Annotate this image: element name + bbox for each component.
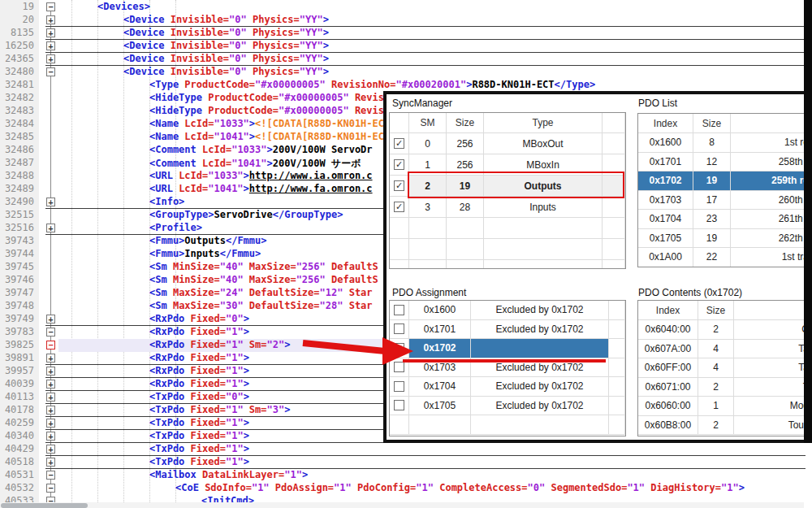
line-number: 32482 (0, 92, 34, 105)
checkbox[interactable]: ✓ (394, 202, 404, 212)
checkbox[interactable]: ✓ (394, 138, 404, 149)
xml-code-line[interactable]: <TxPdo Fixed="1"> (149, 443, 249, 456)
scrollbar-thumb[interactable] (1, 503, 88, 508)
table-cell: 0x1704 (409, 377, 471, 397)
fold-toggle[interactable]: + (46, 354, 55, 363)
pdo-contents-row[interactable]: 0x60FF:004Ta (638, 358, 811, 378)
fold-toggle[interactable]: − (46, 67, 55, 76)
fold-toggle[interactable]: + (46, 28, 55, 37)
xml-code-line[interactable]: <URL LcId="1033">http://www.ia.omron.c (149, 170, 373, 183)
table-cell: 0x6071:00 (638, 378, 698, 397)
xml-code-line[interactable]: <Device Invisible="0" Physics="YY"> (123, 14, 329, 27)
fold-toggle[interactable]: + (46, 445, 55, 454)
pdo-assignment-row[interactable]: 0x1704Excluded by 0x1702 (390, 377, 625, 397)
xml-code-line[interactable]: <Device Invisible="0" Physics="YY"> (123, 53, 329, 66)
xml-code-line[interactable]: <TxPdo Fixed="1"> (149, 417, 249, 430)
fold-toggle[interactable]: + (46, 198, 55, 206)
pdo-list-row[interactable]: 0x170519262th r (638, 229, 811, 249)
checkbox[interactable]: ✓ (394, 180, 404, 191)
xml-code-line[interactable]: <GroupType>ServoDrive</GroupType> (149, 209, 343, 222)
xml-code-line[interactable]: <Name LcId="1033"><![CDATA[R88D-KN01H-EC (149, 118, 384, 131)
fold-toggle[interactable]: − (46, 471, 55, 480)
checkbox[interactable] (394, 400, 404, 410)
fold-toggle[interactable]: + (46, 432, 55, 441)
xml-code-line[interactable]: <Device Invisible="0" Physics="YY"> (123, 40, 329, 53)
pdo-assignment-row[interactable]: ✓0x1702 (390, 339, 625, 358)
pdo-list-row[interactable]: 0x1A00221st tra (638, 248, 811, 267)
syncmanager-row[interactable]: ✓0256MBoxOut (390, 133, 625, 154)
fold-toggle[interactable]: + (46, 367, 55, 376)
table-cell: 0x607A:00 (638, 340, 698, 359)
line-number: 40340 (0, 430, 34, 443)
xml-code-line[interactable]: <RxPdo Fixed="1"> (149, 326, 249, 339)
fold-toggle[interactable]: + (46, 393, 55, 402)
table-cell: Excluded by 0x1702 (471, 320, 609, 340)
fold-toggle[interactable]: + (46, 380, 55, 389)
pdo-contents-row[interactable]: 0x607A:004Ta (638, 340, 811, 359)
table-cell: 3 (409, 197, 447, 218)
pdo-assignment-row[interactable]: 0x1701Excluded by 0x1702 (390, 320, 625, 340)
table-cell (609, 397, 625, 416)
syncmanager-row[interactable]: ✓328Inputs (390, 197, 625, 218)
xml-code-line[interactable]: <CoE SdoInfo="1" PdoAssign="1" PdoConfig… (175, 482, 745, 495)
xml-code-line[interactable]: <HideType ProductCode="#x00000005" Revis… (149, 105, 395, 118)
pdo-contents-row[interactable]: 0x60B8:002Touc (638, 416, 811, 436)
table-cell (603, 260, 625, 269)
xml-code-line[interactable]: <RxPdo Fixed="1" Sm="2"> (149, 339, 290, 352)
pdo-list-row[interactable]: 0x170423261th r (638, 210, 811, 229)
fold-toggle[interactable]: − (46, 484, 55, 493)
pdo-list-row[interactable]: 0x170219259th re (638, 172, 811, 191)
pdo-list-row[interactable]: 0x170112258th r (638, 153, 811, 172)
xml-code-line[interactable]: <Device Invisible="0" Physics="YY"> (123, 66, 329, 79)
xml-code-line[interactable]: <URL LcId="1041">http://www.fa.omron.c (149, 183, 373, 196)
pdo-list-row[interactable]: 0x170317260th r (638, 191, 811, 211)
checkbox[interactable]: ✓ (394, 159, 404, 170)
xml-code-line[interactable]: <HideType ProductCode="#x00000005" Revis… (149, 92, 395, 105)
xml-code-line[interactable]: <Device Invisible="0" Physics="YY"> (123, 27, 329, 40)
xml-code-line[interactable]: <Mailbox DataLinkLayer="1"> (149, 469, 308, 482)
xml-code-line[interactable]: <Sm MinSize="40" MaxSize="256" DefaultS (149, 261, 378, 274)
pdo-list-row[interactable]: 0x160081st re (638, 133, 811, 153)
fold-toggle[interactable]: + (46, 315, 55, 323)
pdo-contents-row[interactable]: 0x6071:002T (638, 378, 811, 397)
xml-code-line[interactable]: <Sm MaxSize="24" DefaultSize="12" Star (149, 287, 373, 300)
pdo-assignment-row[interactable]: 0x1705Excluded by 0x1702 (390, 397, 625, 416)
xml-code-line[interactable]: <Type ProductCode="#x00000005" RevisionN… (149, 79, 595, 92)
xml-code-line[interactable]: <RxPdo Fixed="0"> (149, 313, 249, 326)
table-cell: 0x1A00 (638, 248, 693, 267)
xml-code-line[interactable]: <Sm MaxSize="30" DefaultSize="28" Star (149, 300, 373, 313)
xml-code-line[interactable]: <Comment LcId="1033">200V/100W ServoDr (149, 144, 373, 157)
pdo-contents-row[interactable]: 0x6060:001Mod (638, 397, 811, 416)
xml-code-line[interactable]: <Name LcId="1041"><![CDATA[R88D-KN01H-EC (149, 131, 384, 144)
xml-code-line[interactable]: <Profile> (149, 222, 202, 235)
horizontal-scrollbar[interactable] (0, 502, 804, 508)
xml-code-line[interactable]: <Fmmu>Outputs</Fmmu> (149, 235, 267, 248)
fold-toggle[interactable]: + (46, 224, 55, 232)
fold-toggle[interactable]: − (46, 2, 55, 11)
xml-code-line[interactable]: <Comment LcId="1041">200V/100W サーボ (149, 157, 361, 170)
xml-code-line[interactable]: <RxPdo Fixed="1"> (149, 352, 249, 365)
xml-code-line[interactable]: <Info> (149, 196, 184, 209)
xml-code-line[interactable]: <TxPdo Fixed="1"> (149, 430, 249, 443)
fold-toggle[interactable]: + (46, 15, 55, 24)
xml-code-line[interactable]: <TxPdo Fixed="1" Sm="3"> (149, 404, 290, 417)
xml-code-line[interactable]: <Sm MinSize="40" MaxSize="256" DefaultS (149, 274, 378, 287)
xml-code-line[interactable]: <TxPdo Fixed="1"> (149, 456, 249, 469)
checkbox[interactable] (394, 381, 404, 392)
fold-toggle[interactable]: + (46, 419, 55, 428)
fold-toggle[interactable]: + (46, 458, 55, 467)
fold-toggle[interactable]: − (46, 341, 55, 350)
xml-code-line[interactable]: <TxPdo Fixed="0"> (149, 391, 249, 404)
xml-code-line[interactable]: <RxPdo Fixed="1"> (149, 365, 249, 378)
pdo-contents-row[interactable]: 0x6040:002C (638, 320, 811, 340)
pdo-assignment-row[interactable]: 0x1600Excluded by 0x1702 (390, 301, 625, 320)
xml-code-line[interactable]: <RxPdo Fixed="1"> (149, 378, 249, 391)
fold-toggle[interactable]: + (46, 406, 55, 415)
fold-toggle[interactable]: + (46, 41, 55, 50)
line-number: 40532 (0, 482, 34, 495)
xml-code-line[interactable]: <Devices> (97, 1, 150, 14)
fold-toggle[interactable]: − (46, 328, 55, 336)
xml-code-line[interactable]: <Fmmu>Inputs</Fmmu> (149, 248, 261, 261)
checkbox[interactable] (394, 305, 404, 315)
fold-toggle[interactable]: + (46, 54, 55, 63)
